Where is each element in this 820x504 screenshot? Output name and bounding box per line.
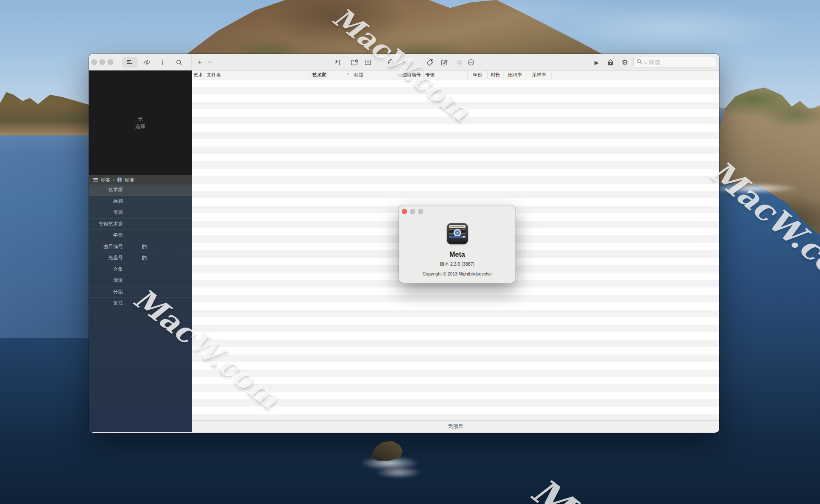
no-selection-line2: 选择 bbox=[135, 123, 146, 130]
breadcrumb-preset[interactable]: 标准 bbox=[125, 177, 134, 183]
column-bitrate[interactable]: 比特率 bbox=[504, 70, 527, 79]
column-sample-rate[interactable]: 采样率 bbox=[527, 70, 552, 79]
folder-plus-icon bbox=[351, 59, 358, 66]
tags-list-icon bbox=[93, 178, 98, 182]
field-row-comment[interactable]: 备注 bbox=[89, 298, 192, 309]
search-button[interactable] bbox=[174, 57, 184, 67]
remove-files-button[interactable]: − bbox=[205, 57, 215, 67]
column-filename[interactable]: 文件名 bbox=[205, 70, 310, 79]
status-text: 无项目 bbox=[448, 423, 463, 430]
meta-app-icon bbox=[447, 223, 468, 244]
no-selection-line1: 无 bbox=[138, 116, 143, 123]
app-copyright: Copyright © 2013 Nightbirdsevolve bbox=[422, 271, 492, 276]
column-title[interactable]: 标题 bbox=[352, 70, 400, 79]
convert-wave-icon[interactable] bbox=[142, 57, 152, 67]
breadcrumb-tags[interactable]: 标签 bbox=[101, 177, 110, 183]
field-row-disc-number[interactable]: 光盘号 的 bbox=[89, 252, 192, 264]
chevron-down-icon bbox=[644, 59, 647, 66]
gear-icon: ⚙ bbox=[621, 58, 628, 67]
search-icon bbox=[176, 59, 182, 66]
grid-button-disabled bbox=[454, 57, 464, 67]
column-track-number[interactable]: 曲目编号 bbox=[400, 70, 424, 79]
info-icon: i bbox=[161, 59, 163, 66]
globe-icon bbox=[388, 59, 395, 66]
wallpaper-islet-foam bbox=[375, 466, 422, 478]
sort-ascending-icon: ^ bbox=[347, 73, 350, 77]
sidebar: 无 选择 标签 › 标准 艺术家 标题 专辑 bbox=[89, 70, 192, 432]
field-row-track-number[interactable]: 曲目编号 的 bbox=[89, 241, 192, 253]
track-of-label: 的 bbox=[142, 243, 147, 250]
breadcrumb: 标签 › 标准 bbox=[89, 175, 192, 185]
titlebar: i + − bbox=[89, 54, 719, 70]
minimize-button[interactable] bbox=[100, 59, 105, 65]
play-button[interactable]: ▶ bbox=[592, 57, 602, 67]
wallpaper-rock-islet bbox=[366, 440, 411, 467]
window-controls bbox=[91, 59, 113, 65]
column-duration[interactable]: 时长 bbox=[488, 70, 504, 79]
field-row-year[interactable]: 年份 bbox=[89, 230, 192, 241]
desktop: i + − bbox=[0, 0, 820, 504]
list-view-icon bbox=[126, 59, 133, 66]
rename-button[interactable] bbox=[333, 57, 343, 67]
grid-icon bbox=[456, 59, 463, 66]
close-button[interactable] bbox=[91, 59, 97, 65]
disc-icon bbox=[402, 59, 409, 66]
wallpaper-surf-foam bbox=[719, 183, 800, 194]
circle-minus-icon bbox=[468, 59, 474, 66]
tag-fields: 艺术家 标题 专辑 专辑艺术家 年份 曲目编号 的 光盘号 的 bbox=[89, 185, 192, 309]
play-icon: ▶ bbox=[594, 59, 599, 66]
field-row-title[interactable]: 标题 bbox=[89, 196, 192, 208]
column-artist[interactable]: 艺术家 ^ bbox=[310, 70, 352, 79]
plus-icon: + bbox=[198, 58, 202, 67]
field-row-album[interactable]: 专辑 bbox=[89, 207, 192, 219]
disc-lookup-button[interactable] bbox=[400, 57, 410, 67]
field-row-artist[interactable]: 艺术家 bbox=[89, 185, 192, 196]
new-folder-button[interactable] bbox=[349, 57, 360, 67]
search-icon bbox=[637, 59, 642, 66]
settings-button[interactable]: ⚙ bbox=[620, 57, 630, 67]
import-button[interactable] bbox=[363, 57, 373, 67]
remove-tag-button[interactable] bbox=[466, 57, 476, 67]
about-dialog: Meta 版本 2.3.9 (3887) Copyright © 2013 Ni… bbox=[399, 205, 515, 283]
rename-text-cursor-icon bbox=[334, 59, 342, 66]
minus-icon: − bbox=[208, 58, 212, 67]
field-row-compilation[interactable]: 合集 bbox=[89, 264, 192, 275]
filter-placeholder: 筛选 bbox=[649, 59, 660, 66]
artwork-panel: 无 选择 bbox=[89, 70, 192, 175]
dialog-window-controls bbox=[402, 209, 423, 214]
field-row-grouping[interactable]: 分组 bbox=[89, 287, 192, 298]
lookup-online-button[interactable] bbox=[386, 57, 396, 67]
app-name: Meta bbox=[449, 251, 465, 258]
zoom-button bbox=[418, 209, 423, 214]
tag-icon bbox=[427, 59, 433, 66]
compose-icon bbox=[441, 59, 448, 66]
view-list-button[interactable] bbox=[122, 57, 138, 67]
info-button[interactable]: i bbox=[157, 57, 167, 67]
status-bar: 无项目 bbox=[192, 420, 719, 432]
tag-button[interactable] bbox=[425, 57, 435, 67]
import-tray-icon bbox=[364, 59, 372, 66]
column-art[interactable]: 艺术 bbox=[192, 70, 205, 79]
zoom-button[interactable] bbox=[108, 59, 113, 65]
field-row-album-artist[interactable]: 专辑艺术家 bbox=[89, 219, 192, 230]
column-album[interactable]: 专辑 bbox=[424, 70, 468, 79]
globe-icon bbox=[117, 177, 122, 182]
close-button[interactable] bbox=[402, 209, 407, 214]
field-row-genre[interactable]: 流派 bbox=[89, 275, 192, 287]
disc-of-label: 的 bbox=[142, 255, 147, 261]
column-filler bbox=[552, 70, 719, 79]
add-files-button[interactable]: + bbox=[195, 57, 205, 67]
toolbar-separator bbox=[154, 59, 154, 65]
home-icon bbox=[607, 59, 614, 66]
minimize-button bbox=[410, 209, 415, 214]
filter-field[interactable]: 筛选 bbox=[633, 57, 716, 68]
edit-tags-button[interactable] bbox=[439, 57, 449, 67]
column-year[interactable]: 年份 bbox=[468, 70, 488, 79]
home-button[interactable] bbox=[605, 57, 615, 67]
titlebar-sidebar-divider bbox=[191, 54, 192, 70]
app-version: 版本 2.3.9 (3887) bbox=[440, 261, 474, 267]
table-header: 艺术 文件名 艺术家 ^ 标题 曲目编号 专辑 年份 bbox=[192, 70, 719, 79]
chevron-right-icon: › bbox=[113, 177, 114, 182]
toolbar-separator bbox=[171, 59, 171, 65]
